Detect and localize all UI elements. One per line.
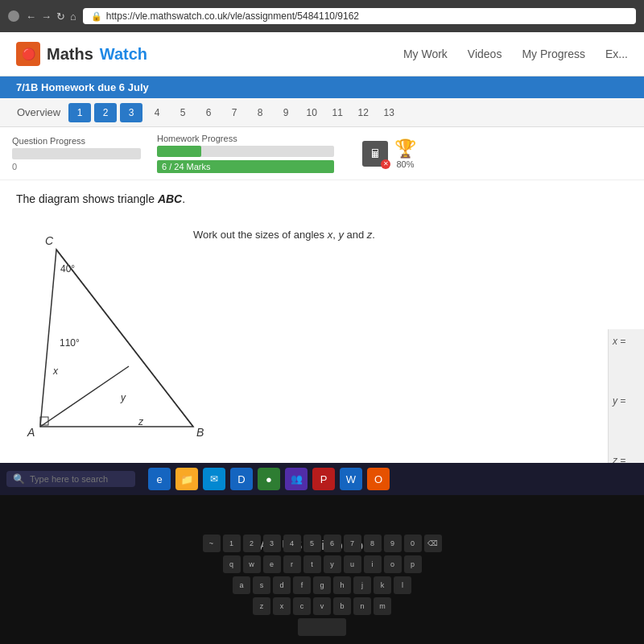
tab-7[interactable]: 7 [223,103,246,122]
key-z[interactable]: z [253,597,270,615]
taskbar-search[interactable]: 🔍 [6,471,135,487]
key-c[interactable]: c [293,597,311,615]
key-j[interactable]: j [353,576,371,594]
taskbar-search-input[interactable] [30,474,126,484]
key-6[interactable]: 6 [324,535,341,552]
key-7[interactable]: 7 [344,535,361,552]
nav-home[interactable]: ⌂ [70,10,76,23]
key-tilde[interactable]: ~ [203,535,221,552]
angle-110-label: 110° [60,337,80,349]
tab-2[interactable]: 2 [94,103,117,122]
key-space[interactable] [298,618,346,636]
key-8[interactable]: 8 [364,535,382,552]
keyboard: ~ 1 2 3 4 5 6 7 8 9 0 ⌫ q w e r t y u [8,535,636,636]
nav-forward[interactable]: → [41,10,52,23]
key-q[interactable]: q [223,555,241,573]
calculator-icon[interactable]: 🖩 ✕ [362,141,388,167]
key-t[interactable]: t [303,555,321,573]
taskbar-app-folder[interactable]: 📁 [175,468,198,490]
answer-x-row: x = [613,336,640,347]
key-g[interactable]: g [313,576,331,594]
keyboard-row-2: q w e r t y u i o p [8,555,636,573]
key-r[interactable]: r [283,555,301,573]
key-p[interactable]: p [404,555,422,573]
taskbar-apps: e 📁 ✉ D ● 👥 P W O [148,468,390,490]
logo-maths: Maths [47,45,93,64]
key-y[interactable]: y [324,555,341,573]
tab-9[interactable]: 9 [275,103,297,122]
main-nav: My Work Videos My Progress Ex... [403,47,628,60]
taskbar-app-edge[interactable]: e [148,468,171,490]
search-icon: 🔍 [13,473,25,485]
taskbar-app-o[interactable]: O [367,468,390,490]
browser-nav[interactable]: ← → ↻ ⌂ [26,10,76,23]
keyboard-row-3: a s d f g h j k l [8,576,636,594]
key-4[interactable]: 4 [283,535,301,552]
browser-btn-back[interactable] [8,10,19,22]
nav-refresh[interactable]: ↻ [56,10,65,23]
homework-progress-label: Homework Progress [157,134,334,143]
taskbar-app-teams[interactable]: 👥 [285,468,308,490]
key-m[interactable]: m [374,597,391,615]
key-s[interactable]: s [253,576,270,594]
nav-back[interactable]: ← [26,10,36,23]
homework-marks: 6 / 24 Marks [157,160,334,173]
site-header: 🔴 MathsWatch My Work Videos My Progress … [0,32,644,76]
homework-progress-fill [157,146,201,157]
nav-my-progress[interactable]: My Progress [522,47,585,60]
tab-12[interactable]: 12 [352,103,374,122]
tab-1[interactable]: 1 [68,103,91,122]
key-e[interactable]: e [263,555,281,573]
logo-watch: Watch [100,45,147,64]
key-f[interactable]: f [293,576,311,594]
lock-icon: 🔒 [91,11,102,22]
key-backspace[interactable]: ⌫ [424,535,442,552]
tab-11[interactable]: 11 [326,103,349,122]
assignment-title: 7/1B Homework due 6 July [16,81,149,93]
nav-my-work[interactable]: My Work [403,47,448,60]
key-9[interactable]: 9 [384,535,402,552]
key-2[interactable]: 2 [243,535,261,552]
key-k[interactable]: k [374,576,391,594]
key-5[interactable]: 5 [303,535,321,552]
nav-extra[interactable]: Ex... [605,47,628,60]
key-3[interactable]: 3 [263,535,281,552]
question-intro: The diagram shows triangle ABC. [16,192,628,205]
keyboard-row-1: ~ 1 2 3 4 5 6 7 8 9 0 ⌫ [8,535,636,552]
key-h[interactable]: h [333,576,351,594]
question-progress-label: Question Progress [12,136,141,146]
key-u[interactable]: u [344,555,361,573]
key-l[interactable]: l [394,576,411,594]
address-bar[interactable]: 🔒 https://vle.mathswatch.co.uk/vle/assig… [83,8,636,24]
taskbar-app-d[interactable]: D [230,468,253,490]
tab-3[interactable]: 3 [120,103,142,122]
taskbar-app-green[interactable]: ● [258,468,280,490]
key-w[interactable]: w [243,555,261,573]
key-x[interactable]: x [273,597,291,615]
question-progress-value: 0 [12,162,141,171]
tab-8[interactable]: 8 [249,103,271,122]
key-o[interactable]: o [384,555,402,573]
key-i[interactable]: i [364,555,382,573]
homework-progress-section: Homework Progress 6 / 24 Marks [157,134,334,173]
url-text: https://vle.mathswatch.co.uk/vle/assignm… [106,10,359,22]
key-n[interactable]: n [353,597,371,615]
site-logo[interactable]: 🔴 MathsWatch [16,42,147,66]
laptop-bottom: ASUS VivoBook ~ 1 2 3 4 5 6 7 8 9 0 ⌫ q … [0,495,644,644]
key-1[interactable]: 1 [223,535,241,552]
tab-6[interactable]: 6 [197,103,220,122]
tab-overview[interactable]: Overview [12,103,65,122]
key-0[interactable]: 0 [404,535,422,552]
taskbar-app-mail[interactable]: ✉ [203,468,225,490]
key-a[interactable]: a [233,576,250,594]
tab-13[interactable]: 13 [378,103,400,122]
key-d[interactable]: d [273,576,291,594]
key-v[interactable]: v [313,597,331,615]
tab-4[interactable]: 4 [146,103,168,122]
taskbar-app-word[interactable]: W [340,468,362,490]
tab-10[interactable]: 10 [300,103,323,122]
key-b[interactable]: b [333,597,351,615]
nav-videos[interactable]: Videos [468,47,502,60]
taskbar-app-pp[interactable]: P [312,468,335,490]
tab-5[interactable]: 5 [171,103,194,122]
